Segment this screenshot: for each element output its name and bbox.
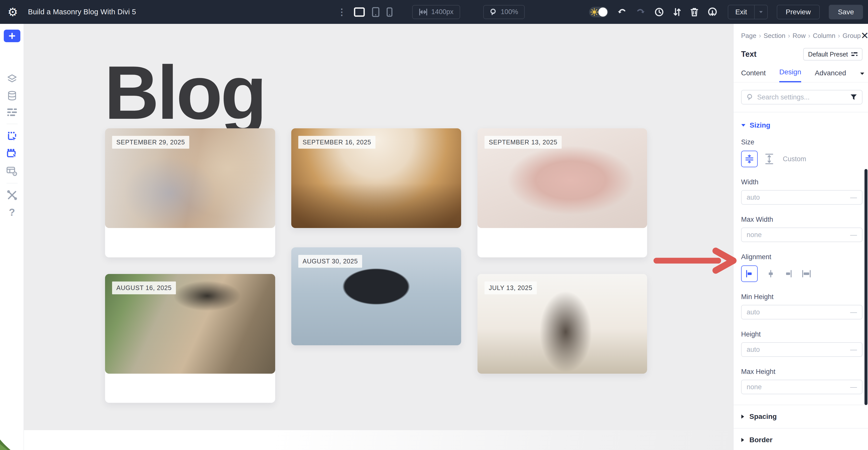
blog-card-date-badge: SEPTEMBER 13, 2025 (485, 136, 562, 149)
max-height-field[interactable]: — (741, 380, 863, 394)
preview-button[interactable]: Preview (777, 5, 820, 19)
max-height-input[interactable] (747, 383, 850, 391)
blog-card[interactable]: AUGUST 30, 2025 (291, 247, 461, 345)
align-stretch-button[interactable] (801, 269, 811, 278)
page-title: Build a Masonry Blog With Divi 5 (28, 8, 136, 16)
size-label: Size (741, 138, 863, 146)
blog-page-heading: Blog (104, 51, 265, 134)
breadcrumb-section[interactable]: Section (756, 32, 785, 40)
toggle-knob (598, 7, 608, 17)
height-input[interactable] (747, 346, 850, 354)
max-height-reset-dash: — (850, 383, 857, 391)
click-mode-icon[interactable] (0, 131, 24, 142)
min-height-label: Min Height (741, 293, 863, 301)
height-field[interactable]: — (741, 342, 863, 357)
align-left-button[interactable] (741, 265, 758, 282)
align-center-button[interactable] (766, 269, 775, 278)
close-icon[interactable]: ✕ (861, 31, 868, 40)
canvas-width-value: 1400px (431, 8, 454, 16)
width-input[interactable] (747, 194, 850, 201)
zoom-magnifier-icon (490, 8, 497, 16)
tablet-view-icon[interactable] (372, 7, 379, 17)
history-icon[interactable] (654, 7, 664, 17)
content-list-icon[interactable] (0, 108, 24, 117)
trash-icon[interactable] (690, 7, 699, 17)
spacing-section-header[interactable]: Spacing (741, 405, 863, 428)
tab-content[interactable]: Content (741, 69, 766, 82)
breadcrumb-column[interactable]: Column (806, 32, 835, 40)
filter-funnel-icon[interactable] (850, 94, 857, 100)
size-expand-button[interactable] (764, 153, 774, 165)
blog-card[interactable]: SEPTEMBER 29, 2025 (105, 128, 275, 257)
width-arrows-icon (419, 8, 428, 16)
phone-view-icon[interactable] (386, 7, 393, 17)
portability-icon[interactable] (708, 7, 717, 17)
width-reset-dash: — (850, 194, 857, 201)
max-width-input[interactable] (747, 231, 850, 239)
desktop-view-icon[interactable] (354, 7, 365, 17)
light-dark-mode-toggle[interactable] (589, 7, 608, 17)
canvas-zoom-value: 100% (501, 8, 518, 16)
layers-panel-icon[interactable] (0, 74, 24, 84)
breadcrumb: Page Section Row Column Group (741, 32, 861, 40)
canvas-zoom-control[interactable]: 100% (483, 5, 525, 19)
top-toolbar: ⚙ Build a Masonry Blog With Divi 5 ⋮ 140… (0, 0, 868, 24)
default-preset-button[interactable]: Default Preset (803, 48, 863, 61)
canvas-width-control[interactable]: 1400px (412, 5, 460, 19)
align-right-button[interactable] (784, 269, 793, 278)
blog-card-date-badge: SEPTEMBER 16, 2025 (298, 136, 375, 149)
wireframe-view-icon[interactable] (0, 166, 24, 176)
tab-design[interactable]: Design (779, 68, 801, 83)
default-preset-label: Default Preset (808, 51, 848, 58)
save-button[interactable]: Save (829, 5, 863, 19)
hover-mode-icon[interactable] (0, 149, 24, 159)
breadcrumb-group[interactable]: Group (835, 32, 861, 40)
database-library-icon[interactable] (0, 91, 24, 101)
max-height-label: Max Height (741, 368, 863, 376)
chevron-right-icon (741, 414, 744, 419)
toolbar-overflow-menu-icon[interactable]: ⋮ (337, 7, 346, 17)
max-width-reset-dash: — (850, 231, 857, 239)
size-fit-button[interactable] (741, 151, 758, 167)
size-custom-option[interactable]: Custom (783, 155, 806, 163)
height-reset-dash: — (850, 346, 857, 354)
tools-icon[interactable] (0, 190, 24, 201)
search-settings-input[interactable] (757, 93, 847, 101)
add-module-button[interactable] (4, 30, 20, 42)
layer-order-icon[interactable] (673, 7, 681, 17)
exit-dropdown-caret-icon[interactable] (755, 10, 767, 13)
exit-button-label: Exit (728, 8, 754, 16)
exit-button[interactable]: Exit (728, 5, 768, 19)
size-fit-icon (745, 154, 754, 164)
blog-card[interactable]: AUGUST 16, 2025 (105, 274, 275, 403)
builder-canvas[interactable]: Blog SEPTEMBER 29, 2025 SEPTEMBER 16, 20… (24, 24, 733, 450)
preset-icon (851, 52, 858, 57)
breadcrumb-row[interactable]: Row (785, 32, 806, 40)
min-height-field[interactable]: — (741, 305, 863, 319)
blog-card[interactable]: SEPTEMBER 16, 2025 (291, 128, 461, 228)
module-name: Text (741, 50, 756, 59)
undo-icon[interactable] (617, 8, 627, 16)
height-label: Height (741, 330, 863, 338)
sizing-section-header[interactable]: Sizing (741, 121, 863, 129)
help-icon[interactable]: ? (0, 207, 24, 218)
border-section-header[interactable]: Border (741, 428, 863, 450)
page-bottom-section (24, 430, 733, 450)
panel-scrollbar[interactable] (865, 169, 868, 405)
blog-card[interactable]: JULY 13, 2025 (477, 274, 647, 374)
min-height-reset-dash: — (850, 309, 857, 316)
blog-card-date-badge: AUGUST 30, 2025 (298, 255, 362, 268)
min-height-input[interactable] (747, 309, 850, 316)
max-width-field[interactable]: — (741, 227, 863, 242)
redo-icon[interactable] (636, 8, 645, 16)
page-settings-gear-icon[interactable]: ⚙ (7, 6, 18, 18)
tabs-dropdown-caret-icon[interactable] (860, 72, 865, 75)
tab-advanced[interactable]: Advanced (815, 69, 846, 82)
sun-icon (590, 8, 598, 17)
settings-tabs: Content Design Advanced (734, 68, 868, 83)
chevron-down-icon (741, 124, 746, 127)
breadcrumb-page[interactable]: Page (741, 32, 756, 40)
width-field[interactable]: — (741, 190, 863, 205)
blog-card[interactable]: SEPTEMBER 13, 2025 (477, 128, 647, 257)
search-icon (747, 94, 754, 101)
